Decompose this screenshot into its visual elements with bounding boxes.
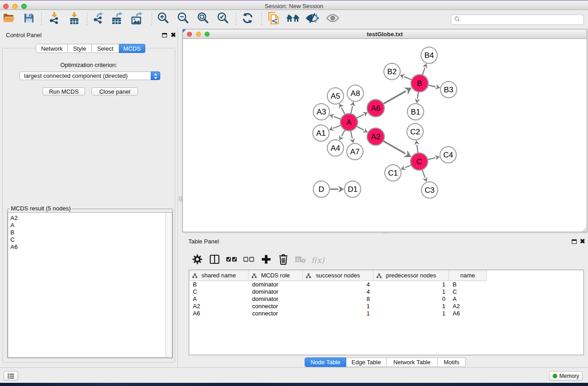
refresh-button[interactable]	[239, 11, 256, 27]
table-cell[interactable]: 1	[303, 310, 373, 317]
float-table-panel-icon[interactable]	[572, 239, 577, 244]
zoom-out-button[interactable]	[174, 11, 191, 27]
table-cell[interactable]: 1	[303, 303, 373, 310]
control-tab-select[interactable]: Select	[92, 44, 119, 53]
column-header-name[interactable]: name	[449, 270, 487, 281]
network-window-titlebar[interactable]: testGlobe.txt	[183, 29, 587, 39]
table-cell[interactable]: 1	[373, 288, 449, 295]
memory-button[interactable]: Memory	[549, 371, 583, 381]
table-cell[interactable]: C	[189, 288, 249, 295]
column-type-icon	[306, 273, 311, 280]
table-tab-motifs[interactable]: Motifs	[438, 357, 466, 367]
delete-column-button[interactable]	[275, 254, 292, 266]
mcds-result-item[interactable]: A	[8, 222, 165, 229]
table-cell[interactable]: 0	[373, 295, 449, 303]
run-mcds-button[interactable]: Run MCDS	[43, 87, 85, 95]
table-options-button[interactable]	[189, 254, 206, 266]
close-table-panel-icon[interactable]: ✖	[580, 238, 585, 244]
table-row[interactable]: Cdominator41C	[189, 288, 583, 295]
open-session-button[interactable]	[0, 11, 18, 27]
mcds-result-item[interactable]: A6	[8, 243, 165, 251]
optimization-criterion-label: Optimization criterion:	[0, 62, 177, 68]
table-cell[interactable]: 4	[303, 281, 373, 288]
table-cell[interactable]: dominator	[249, 281, 303, 288]
save-session-button[interactable]	[20, 11, 38, 27]
table-cell[interactable]: dominator	[249, 295, 303, 303]
close-panel-icon[interactable]: ✖	[171, 32, 176, 38]
search-input[interactable]	[460, 15, 583, 24]
result-list-scrollbar[interactable]	[165, 213, 172, 357]
control-tab-mcds[interactable]: MCDS	[119, 44, 145, 53]
table-cell[interactable]: A2	[449, 303, 487, 310]
import-network-button[interactable]	[46, 11, 63, 27]
control-tab-network[interactable]: Network	[36, 44, 68, 53]
table-cell[interactable]: 4	[303, 288, 373, 295]
criterion-dropdown[interactable]: largest connected component (directed)	[19, 71, 160, 80]
control-tab-style[interactable]: Style	[68, 44, 92, 53]
toolbar-separator	[261, 13, 262, 25]
table-cell[interactable]: A	[189, 295, 249, 303]
clone-network-button[interactable]	[265, 11, 282, 27]
memory-status-dot	[553, 374, 557, 378]
table-row[interactable]: Bdominator41B	[189, 281, 583, 288]
control-panel-tabs: NetworkStyleSelectMCDS	[36, 44, 145, 53]
home-button[interactable]	[284, 11, 301, 27]
table-cell[interactable]: 1	[373, 281, 449, 288]
network-canvas[interactable]: AA6A2BCA1A3A4A5A7A8B1B2B3B4C1C2C3C4DD1	[183, 39, 587, 232]
panel-toggle-button[interactable]	[4, 371, 18, 381]
zoom-selected-button[interactable]	[214, 11, 231, 27]
table-cell[interactable]: A6	[189, 310, 249, 317]
table-cell[interactable]: B	[189, 281, 249, 288]
show-panels-button[interactable]	[324, 11, 341, 27]
float-panel-icon[interactable]	[162, 33, 167, 38]
search-box	[451, 14, 584, 25]
table-cell[interactable]: A6	[449, 310, 487, 317]
mcds-result-item[interactable]: A2	[8, 214, 165, 222]
mcds-result-item[interactable]: B	[8, 229, 165, 236]
table-cell[interactable]: 1	[373, 303, 449, 310]
refresh-icon	[242, 12, 253, 26]
zoom-in-button[interactable]	[154, 11, 172, 27]
table-row[interactable]: A2connector11A2	[189, 303, 583, 310]
table-tab-edge-table[interactable]: Edge Table	[346, 357, 387, 367]
mcds-result-item[interactable]: C	[8, 236, 165, 243]
table-cell[interactable]: 8	[303, 295, 373, 303]
control-panel: Control Panel ✖ NetworkStyleSelectMCDS O…	[0, 28, 177, 367]
vertical-splitter-handle[interactable]	[179, 196, 182, 201]
node-label-C1: C1	[388, 169, 398, 177]
zoom-fit-button[interactable]	[194, 11, 211, 27]
table-row[interactable]: A6connector11A6	[189, 310, 583, 317]
table-row[interactable]: Adominator80A	[189, 295, 583, 303]
close-panel-button[interactable]: Close panel	[91, 87, 138, 95]
add-column-button[interactable]	[258, 254, 275, 266]
gear-icon	[192, 254, 203, 267]
mcds-result-list: A2ABCA6	[8, 212, 172, 357]
table-cell[interactable]: B	[449, 281, 487, 288]
export-table-button[interactable]	[109, 11, 126, 27]
node-label-C2: C2	[410, 128, 420, 136]
table-tab-node-table[interactable]: Node Table	[305, 357, 346, 367]
resize-grip-icon[interactable]	[581, 226, 586, 231]
import-table-button[interactable]	[66, 11, 83, 27]
table-tab-network-table[interactable]: Network Table	[387, 357, 438, 367]
table-cell[interactable]: A2	[189, 303, 249, 310]
node-label-B1: B1	[411, 108, 421, 116]
column-header-shared-name[interactable]: shared name	[189, 270, 249, 281]
column-header-successor-nodes[interactable]: successor nodes	[303, 270, 373, 281]
table-cell[interactable]: dominator	[249, 288, 303, 295]
split-rect-icon	[209, 254, 220, 267]
select-all-button[interactable]	[223, 254, 240, 266]
export-network-button[interactable]	[90, 11, 107, 27]
column-header-predecessor-nodes[interactable]: predecessor nodes	[373, 270, 449, 281]
column-label: predecessor nodes	[386, 272, 436, 279]
table-cell[interactable]: connector	[249, 303, 303, 310]
hide-panels-button[interactable]	[304, 11, 321, 27]
table-cell[interactable]: 1	[373, 310, 449, 317]
table-cell[interactable]: A	[449, 295, 487, 303]
deselect-all-button[interactable]	[240, 254, 258, 266]
column-header-MCDS-role[interactable]: MCDS role	[249, 270, 303, 281]
table-cell[interactable]: connector	[249, 310, 303, 317]
export-image-button[interactable]	[129, 11, 146, 27]
show-column-button[interactable]	[206, 254, 223, 266]
table-cell[interactable]: C	[449, 288, 487, 295]
